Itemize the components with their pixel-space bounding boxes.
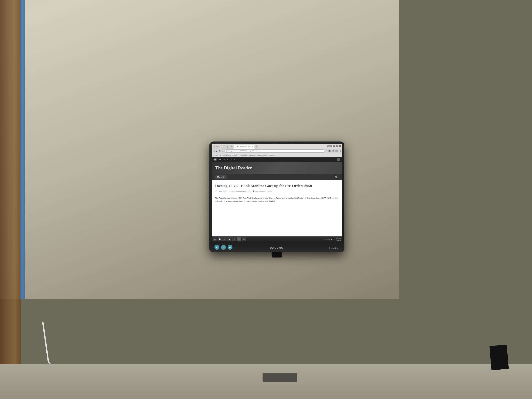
wp-new-icon[interactable]: + xyxy=(231,159,232,160)
screen: M Gmail 📄 Q R xyxy=(212,144,266,200)
folder-icon: 📁 xyxy=(228,190,230,192)
url-input[interactable]: 🔒 the-digital-reader.com/2015/04/07/dasu… xyxy=(224,149,266,152)
tab-inactive-left[interactable]: M Gmail xyxy=(213,145,220,149)
wp-customize-icon[interactable]: 🎨 xyxy=(219,159,221,160)
wp-comments-icon[interactable]: ✏ xyxy=(227,159,228,160)
wp-toolbar: W 🎨 ↻ ✏ + ✎ xyxy=(212,157,266,162)
bookmark-facebook[interactable]: Share on Facebook xyxy=(257,154,266,156)
page-body: W 🎨 ↻ ✏ + ✎ The Digital Reader xyxy=(212,157,266,200)
tab-inactive-2[interactable]: 📄 xyxy=(221,145,225,149)
navigation-bar: Menu ▼ 🔍 xyxy=(212,174,266,180)
wp-edit-icon[interactable]: ✎ xyxy=(234,159,235,160)
tab-close-icon[interactable]: ✕ xyxy=(252,146,253,147)
bookmarks-bar: ⊞ Apps TDR tell GadgeTell TeleRead •• Fl… xyxy=(212,153,266,157)
bookmark-apps[interactable]: Apps xyxy=(215,154,218,156)
menu-button[interactable]: Menu ▼ xyxy=(215,175,227,179)
user-icon: 👤 xyxy=(253,190,254,192)
bookmark-flickr[interactable]: •• Flickr: Search xyxy=(239,154,247,156)
tab-inactive-4[interactable]: R xyxy=(229,145,233,149)
address-bar: ◀ ▶ ↻ ⌂ 🔒 the-digital-reader.com/2015/04… xyxy=(212,149,266,153)
article-body: The Paperlike combines a 13.3" Fina E-in… xyxy=(215,196,266,200)
article-title: Dasung's 13.3" E-ink Monitor Goes up for… xyxy=(215,184,266,188)
site-header: The Digital Reader xyxy=(212,162,266,174)
clock-icon: 🕐 xyxy=(215,190,217,192)
browser-tabs: M Gmail 📄 Q R xyxy=(213,144,266,149)
tab-active[interactable]: 📄 The Digital Reader - Dasung's 13.3 E-i… xyxy=(234,145,254,149)
blue-pole xyxy=(20,0,25,200)
reload-button[interactable]: ↻ xyxy=(219,150,221,152)
lock-icon: 🔒 xyxy=(226,150,228,152)
wood-panel xyxy=(0,0,21,200)
site-title: The Digital Reader xyxy=(215,165,252,171)
apps-grid-icon: ⊞ xyxy=(213,154,214,156)
tab-inactive-3[interactable]: Q xyxy=(226,145,229,149)
home-button[interactable]: ⌂ xyxy=(222,150,224,152)
bookmark-tdr[interactable]: TDR xyxy=(219,154,222,156)
article-date: 🕐 7 April, 2015 xyxy=(215,190,226,192)
forward-button[interactable]: ▶ xyxy=(215,150,218,152)
article-author: 👤 Nate Hoffelder xyxy=(253,190,265,192)
chrome-title-bar: M Gmail 📄 Q R xyxy=(212,144,266,149)
bookmark-gadgetell[interactable]: tell GadgeTell xyxy=(223,154,231,156)
bookmark-bitly[interactable]: bitly Sidebar xyxy=(248,154,255,156)
wp-logo-icon[interactable]: W xyxy=(213,158,217,161)
article-categories: 📁 E-ink, hardware news, USB xyxy=(228,190,250,192)
main-content: Dasung's 13.3" E-ink Monitor Goes up for… xyxy=(212,180,266,200)
article-meta: 🕐 7 April, 2015 📁 E-ink, hardware news, … xyxy=(215,190,266,194)
monitor: M Gmail 📄 Q R xyxy=(209,141,266,200)
wp-updates-icon[interactable]: ↻ xyxy=(223,159,225,160)
tab-new[interactable]: + xyxy=(255,145,258,149)
bookmark-teleread[interactable]: TeleRead xyxy=(232,154,237,156)
back-button[interactable]: ◀ xyxy=(213,150,215,152)
